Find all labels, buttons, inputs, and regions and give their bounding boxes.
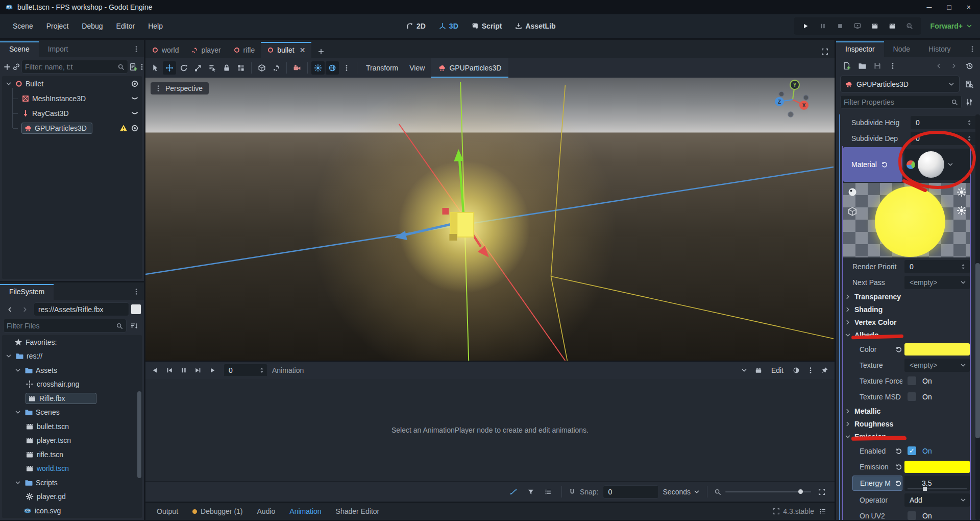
property-albedo-texture[interactable]: Texture <empty>: [843, 357, 970, 373]
close-tab-icon[interactable]: ✕: [300, 46, 306, 54]
albedo-color-swatch[interactable]: [904, 343, 970, 356]
scene-dock-menu-icon[interactable]: [129, 45, 144, 57]
property-emission-enabled[interactable]: Enabled ✓On: [843, 443, 970, 459]
tab-node[interactable]: Node: [884, 41, 919, 57]
energy-value-field[interactable]: 3.5: [904, 476, 970, 491]
chevron-down-icon[interactable]: [960, 362, 967, 369]
spin-updown-icon[interactable]: [966, 135, 973, 142]
zoom-fit-icon[interactable]: [815, 485, 828, 499]
sun-environment-menu-icon[interactable]: [340, 61, 353, 75]
spin-updown-icon[interactable]: [966, 119, 973, 126]
scene-filter-input[interactable]: [25, 63, 117, 71]
property-filter-input[interactable]: [844, 98, 951, 106]
pin-panel-icon[interactable]: [818, 364, 831, 377]
revert-icon[interactable]: [895, 463, 902, 470]
checkbox-checked[interactable]: ✓: [908, 446, 916, 455]
scene-node-gpuparticles3d[interactable]: GPUParticles3D: [2, 121, 142, 135]
tab-debugger[interactable]: Debugger (1): [186, 504, 249, 518]
snap-value-field[interactable]: 0: [603, 485, 659, 499]
visibility-eye-icon[interactable]: [131, 80, 139, 88]
projection-selector[interactable]: Perspective: [151, 82, 209, 94]
scene-node-meshinstance3d[interactable]: MeshInstance3D: [2, 91, 142, 106]
stop-button[interactable]: [834, 19, 847, 33]
section-vertex-color[interactable]: Vertex Color: [843, 316, 970, 328]
preview-camera-button[interactable]: [290, 61, 304, 75]
warning-icon[interactable]: [119, 124, 128, 132]
collapse-icon[interactable]: [14, 367, 21, 374]
emission-color-swatch[interactable]: [904, 461, 970, 473]
revert-icon[interactable]: [895, 447, 902, 455]
animation-dropdown-icon[interactable]: [738, 364, 751, 377]
revert-icon[interactable]: [881, 161, 888, 168]
remote-debug-button[interactable]: [851, 19, 864, 33]
menu-help[interactable]: Help: [142, 19, 168, 33]
section-shading[interactable]: Shading: [843, 303, 970, 316]
view-menu[interactable]: View: [404, 61, 430, 75]
scale-tool-button[interactable]: [191, 61, 205, 75]
collapse-icon[interactable]: [5, 80, 12, 87]
tab-animation[interactable]: Animation: [283, 504, 327, 518]
spin-updown-icon[interactable]: [960, 263, 967, 270]
visibility-closed-eye-icon[interactable]: [131, 94, 139, 103]
folder-assets[interactable]: Assets: [2, 363, 142, 377]
tab-inspector[interactable]: Inspector: [836, 41, 884, 57]
pause-animation-button[interactable]: [177, 364, 190, 377]
play-custom-scene-button[interactable]: [886, 19, 899, 33]
property-emission-energy[interactable]: Energy M 3.5: [843, 475, 970, 492]
tab-scene[interactable]: Scene: [0, 41, 39, 57]
menu-scene[interactable]: Scene: [7, 19, 39, 33]
filesystem-scrollbar[interactable]: [137, 391, 141, 478]
menu-project[interactable]: Project: [41, 19, 75, 33]
expand-viewport-icon[interactable]: [818, 45, 831, 58]
workspace-2d[interactable]: 2D: [406, 22, 426, 30]
visibility-eye-icon[interactable]: [131, 124, 139, 132]
material-value-cell[interactable]: [904, 149, 970, 180]
timeline-zoom-slider[interactable]: [725, 491, 811, 492]
history-list-icon[interactable]: [963, 59, 976, 73]
open-docs-icon[interactable]: [963, 78, 976, 91]
section-roughness[interactable]: Roughness: [843, 417, 970, 430]
scene-node-raycast3d[interactable]: RayCast3D: [2, 106, 142, 121]
toggle-sun-button[interactable]: [311, 61, 325, 75]
close-button[interactable]: ×: [967, 3, 971, 11]
scene-node-bullet[interactable]: Bullet: [2, 76, 142, 91]
scene-tab-bullet[interactable]: bullet✕: [261, 42, 311, 58]
checkbox-unchecked[interactable]: [908, 511, 916, 520]
scene-tab-rifle[interactable]: rifle: [227, 42, 261, 58]
maximize-button[interactable]: □: [947, 3, 951, 11]
property-emission-color[interactable]: Emission: [843, 459, 970, 475]
instance-scene-button[interactable]: [12, 60, 20, 74]
skip-to-start-button[interactable]: [163, 364, 176, 377]
movie-maker-button[interactable]: [903, 19, 916, 33]
tab-history[interactable]: History: [919, 41, 960, 57]
axis-gizmo[interactable]: Y X Z: [762, 78, 825, 129]
history-back-icon[interactable]: [932, 59, 945, 73]
file-world-tscn[interactable]: world.tscn: [2, 462, 142, 476]
workspace-3d[interactable]: 3D: [439, 22, 458, 30]
play-animation-button[interactable]: [206, 364, 219, 377]
folder-scenes[interactable]: Scenes: [2, 406, 142, 420]
collapse-icon[interactable]: [14, 479, 21, 486]
pause-button[interactable]: [816, 19, 829, 33]
minimize-button[interactable]: ─: [926, 3, 932, 11]
save-resource-button[interactable]: [871, 59, 884, 73]
scene-tab-world[interactable]: world: [145, 42, 185, 58]
file-filter-input[interactable]: [7, 322, 116, 330]
folder-scripts[interactable]: Scripts: [2, 476, 142, 490]
workspace-assetlib[interactable]: AssetLib: [515, 22, 555, 30]
property-render-priority[interactable]: Render Priorit 0: [843, 258, 970, 274]
toggle-environment-button[interactable]: [326, 61, 339, 75]
play-backwards-button[interactable]: [149, 364, 162, 377]
tab-output[interactable]: Output: [151, 504, 184, 518]
tab-shader-editor[interactable]: Shader Editor: [330, 504, 386, 518]
revert-icon[interactable]: [895, 346, 902, 353]
property-tools-icon[interactable]: [963, 96, 976, 109]
gpuparticles3d-context-tab[interactable]: GPUParticles3D: [431, 58, 508, 78]
renderer-selector[interactable]: Forward+: [930, 22, 973, 30]
load-resource-button[interactable]: [855, 59, 869, 73]
section-albedo[interactable]: Albedo: [843, 328, 970, 341]
favorites-item[interactable]: Favorites:: [2, 335, 142, 349]
new-scene-tab-button[interactable]: [314, 45, 328, 58]
file-player-tscn[interactable]: player.tscn: [2, 434, 142, 448]
preview-sphere-toggle-icon[interactable]: [847, 187, 857, 197]
